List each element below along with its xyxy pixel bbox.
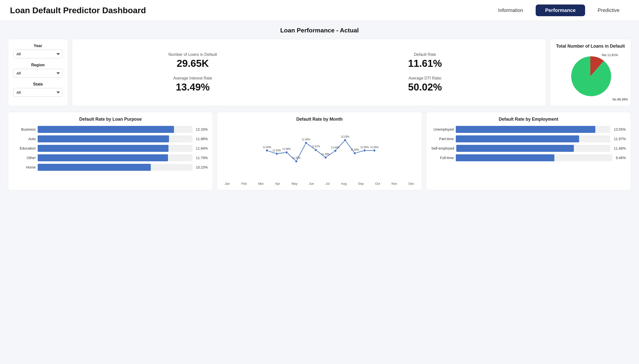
bar-chart-employment-card: Default Rate by Employment Unemployed13.…	[426, 112, 631, 190]
svg-point-16	[344, 139, 346, 141]
bar-chart-employment: Unemployed13.55%Part-time11.97%Self-empl…	[431, 126, 626, 161]
bar-row: Auto11.88%	[13, 136, 208, 142]
bar-container	[456, 136, 610, 142]
avg-interest-metric: Average Interest Rate 13.49%	[79, 74, 306, 95]
bar-row: Home10.23%	[13, 164, 208, 171]
line-chart-card: Default Rate by Month 11.65%11.53%11.58%…	[217, 112, 422, 190]
region-filter-group: Region All North South East West	[13, 63, 63, 78]
region-select[interactable]: All North South East West	[13, 69, 63, 78]
svg-point-2	[276, 152, 278, 155]
section-title: Loan Performance - Actual	[8, 27, 631, 34]
x-axis-label: Mar	[258, 182, 264, 186]
bar-label: Full-time	[431, 156, 454, 160]
x-axis-label: Jan	[225, 182, 230, 186]
x-axis-labels: JanFebMarAprMayJunJulAugSepOctNovDec	[222, 182, 416, 186]
year-filter-group: Year All 2020 2021 2022 2023	[13, 44, 63, 58]
metrics-card: Number of Loans in Default 29.65K Defaul…	[72, 39, 546, 106]
svg-point-8	[305, 142, 307, 144]
bar-row: Self-employed11.46%	[431, 145, 626, 152]
svg-text:11.65%: 11.65%	[263, 146, 271, 148]
svg-text:11.25%: 11.25%	[292, 156, 301, 159]
bar-container	[38, 126, 192, 133]
bar-chart-purpose-title: Default Rate by Loan Purpose	[13, 117, 208, 122]
year-label: Year	[13, 44, 63, 48]
svg-point-4	[285, 151, 288, 154]
state-label: State	[13, 82, 63, 86]
tab-predictive[interactable]: Predictive	[588, 4, 629, 16]
avg-interest-value: 13.49%	[79, 82, 306, 93]
bar-container	[38, 145, 192, 152]
bar-row: Business12.33%	[13, 126, 208, 133]
x-axis-label: Oct	[375, 182, 380, 186]
svg-text:12.03%: 12.03%	[341, 136, 349, 138]
bar-label: Part-time	[431, 137, 454, 141]
filters-card: Year All 2020 2021 2022 2023 Region All …	[8, 39, 68, 106]
x-axis-label: Jul	[325, 182, 329, 186]
svg-point-0	[266, 149, 268, 152]
bar-fill	[38, 145, 168, 152]
bar-fill	[38, 154, 168, 161]
loans-default-value: 29.65K	[79, 58, 306, 69]
pie-chart-title: Total Number of Loans in Default	[556, 44, 625, 49]
bar-fill	[38, 164, 151, 171]
svg-text:11.65%: 11.65%	[370, 146, 379, 148]
tab-performance[interactable]: Performance	[536, 4, 585, 16]
x-axis-label: Jun	[309, 182, 314, 186]
nav-tabs: Information Performance Predictive	[489, 4, 629, 16]
bar-container	[456, 145, 610, 152]
bar-label: Self-employed	[431, 146, 454, 150]
svg-text:11.64%: 11.64%	[331, 146, 340, 149]
svg-text:11.93%: 11.93%	[302, 138, 310, 141]
line-chart-wrap: 11.65%11.53%11.58%11.25%11.93%11.67%11.3…	[222, 126, 416, 181]
bar-chart-purpose: Business12.33%Auto11.88%Education11.84%O…	[13, 126, 208, 171]
default-rate-metric: Default Rate 11.61%	[311, 50, 538, 72]
bar-value: 11.79%	[196, 156, 208, 160]
svg-point-18	[354, 152, 356, 154]
pie-no-label: No 88.39%	[612, 98, 628, 101]
svg-point-20	[363, 149, 366, 152]
bar-value: 10.23%	[196, 165, 208, 169]
bar-fill	[456, 136, 579, 142]
state-select[interactable]: All	[13, 88, 63, 97]
x-axis-label: Sep	[358, 182, 364, 186]
bar-container	[38, 164, 192, 171]
avg-interest-label: Average Interest Rate	[79, 76, 306, 80]
svg-text:11.53%: 11.53%	[273, 149, 281, 152]
x-axis-label: Feb	[241, 182, 247, 186]
svg-text:11.67%: 11.67%	[312, 145, 320, 148]
bar-row: Other11.79%	[13, 154, 208, 161]
bar-chart-employment-title: Default Rate by Employment	[431, 117, 626, 122]
avg-dti-value: 50.02%	[311, 82, 538, 93]
charts-row: Default Rate by Loan Purpose Business12.…	[8, 112, 631, 190]
bar-value: 12.33%	[196, 128, 208, 132]
bar-value: 13.55%	[614, 128, 626, 132]
bar-value: 11.84%	[196, 146, 208, 150]
tab-information[interactable]: Information	[489, 4, 533, 16]
pie-chart-svg	[565, 51, 615, 101]
default-rate-label: Default Rate	[311, 52, 538, 57]
x-axis-label: Aug	[341, 182, 347, 186]
svg-point-6	[295, 160, 298, 162]
bar-fill	[456, 154, 555, 161]
bar-label: Other	[13, 156, 36, 160]
year-select[interactable]: All 2020 2021 2022 2023	[13, 50, 63, 58]
pie-yes-label: Yes 11.61%	[601, 53, 618, 57]
x-axis-label: Apr	[275, 182, 280, 186]
pie-chart-card: Total Number of Loans in Default Yes 11.…	[550, 39, 631, 106]
bar-value: 11.97%	[614, 137, 626, 141]
bar-row: Unemployed13.55%	[431, 126, 626, 133]
bar-label: Auto	[13, 137, 36, 141]
svg-point-10	[315, 148, 317, 151]
avg-dti-label: Average DTI Ratio	[311, 76, 538, 80]
bar-value: 11.88%	[196, 137, 208, 141]
bar-value: 9.46%	[616, 156, 626, 160]
svg-text:11.55%: 11.55%	[351, 148, 359, 151]
bar-row: Full-time9.46%	[431, 154, 626, 161]
line-chart-svg: 11.65%11.53%11.58%11.25%11.93%11.67%11.3…	[222, 126, 416, 181]
bar-label: Unemployed	[431, 128, 454, 132]
loans-default-metric: Number of Loans in Default 29.65K	[79, 50, 306, 72]
svg-point-14	[334, 150, 337, 152]
bar-container	[456, 126, 610, 133]
x-axis-label: Dec	[409, 182, 414, 186]
bar-label: Education	[13, 146, 36, 150]
